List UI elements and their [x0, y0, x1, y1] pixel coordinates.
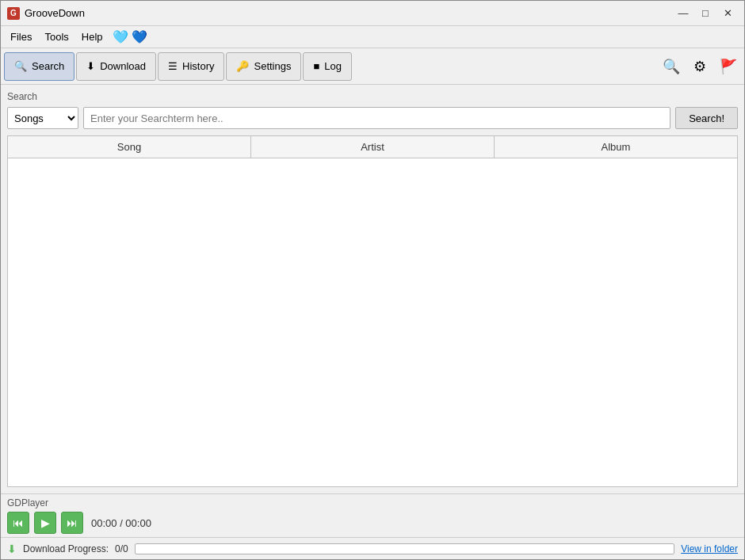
prev-button[interactable]: ⏮ — [7, 512, 29, 534]
gear-button[interactable]: ⚙ — [687, 54, 713, 79]
view-in-folder-link[interactable]: View in folder — [681, 543, 738, 554]
main-content: Search Songs Artists Albums Search! Song… — [1, 85, 744, 493]
gear-icon: ⚙ — [693, 58, 706, 75]
player-label: GDPlayer — [7, 497, 738, 509]
prev-icon: ⏮ — [13, 516, 24, 529]
download-count: 0/0 — [115, 543, 128, 554]
global-search-icon: 🔍 — [663, 58, 680, 75]
col-song: Song — [8, 136, 251, 158]
download-tab-icon: ⬇ — [86, 60, 95, 72]
title-bar: G GrooveDown — □ ✕ — [1, 1, 744, 26]
search-row: Songs Artists Albums Search! — [7, 107, 738, 129]
toolbar: 🔍 Search ⬇ Download ☰ History 🔑 Settings… — [1, 48, 744, 85]
search-section-label: Search — [7, 91, 738, 102]
search-input[interactable] — [83, 107, 670, 129]
play-button[interactable]: ▶ — [34, 512, 56, 534]
tab-log[interactable]: ■ Log — [303, 52, 352, 81]
close-button[interactable]: ✕ — [717, 3, 738, 24]
tab-download[interactable]: ⬇ Download — [76, 52, 156, 81]
results-table-container: Song Artist Album — [7, 135, 738, 487]
results-body — [8, 158, 737, 486]
menu-tools[interactable]: Tools — [38, 28, 74, 46]
log-tab-label: Log — [324, 60, 342, 72]
tab-settings[interactable]: 🔑 Settings — [226, 52, 301, 81]
player-bar: GDPlayer ⏮ ▶ ⏭ 00:00 / 00:00 — [1, 493, 744, 537]
history-tab-icon: ☰ — [168, 60, 178, 72]
minimize-button[interactable]: — — [673, 3, 693, 24]
global-search-button[interactable]: 🔍 — [659, 54, 684, 79]
settings-tab-label: Settings — [254, 60, 291, 72]
menu-help[interactable]: Help — [75, 28, 109, 46]
flag-button[interactable]: 🚩 — [716, 54, 741, 79]
app-title: GrooveDown — [25, 7, 673, 19]
col-artist: Artist — [251, 136, 495, 158]
flag-icon: 🚩 — [720, 58, 737, 75]
menu-files[interactable]: Files — [4, 28, 38, 46]
toolbar-right: 🔍 ⚙ 🚩 — [659, 54, 741, 79]
history-tab-label: History — [182, 60, 214, 72]
download-arrow-icon: ⬇ — [7, 543, 17, 555]
player-time: 00:00 / 00:00 — [91, 517, 151, 529]
heart-icon-1[interactable]: 🩵 — [113, 29, 128, 45]
maximize-button[interactable]: □ — [695, 3, 716, 24]
download-progress-label: Download Progress: — [23, 543, 109, 554]
results-table-header: Song Artist Album — [8, 136, 737, 158]
progress-bar — [135, 543, 674, 554]
heart-icon-2[interactable]: 💙 — [132, 29, 147, 45]
app-icon: G — [7, 7, 20, 20]
settings-tab-icon: 🔑 — [236, 60, 249, 72]
next-icon: ⏭ — [67, 516, 78, 529]
log-tab-icon: ■ — [313, 60, 319, 72]
search-tab-label: Search — [32, 60, 64, 72]
tab-history[interactable]: ☰ History — [158, 52, 224, 81]
next-button[interactable]: ⏭ — [61, 512, 83, 534]
menu-bar: Files Tools Help 🩵 💙 — [1, 26, 744, 48]
download-tab-label: Download — [100, 60, 146, 72]
tab-search[interactable]: 🔍 Search — [4, 52, 74, 81]
player-controls: ⏮ ▶ ⏭ 00:00 / 00:00 — [7, 512, 738, 534]
play-icon: ▶ — [41, 516, 50, 529]
search-tab-icon: 🔍 — [14, 60, 27, 72]
col-album: Album — [495, 136, 737, 158]
search-button[interactable]: Search! — [675, 107, 738, 129]
window-controls: — □ ✕ — [673, 3, 738, 24]
status-bar: ⬇ Download Progress: 0/0 View in folder — [1, 537, 744, 559]
search-type-select[interactable]: Songs Artists Albums — [7, 107, 78, 129]
